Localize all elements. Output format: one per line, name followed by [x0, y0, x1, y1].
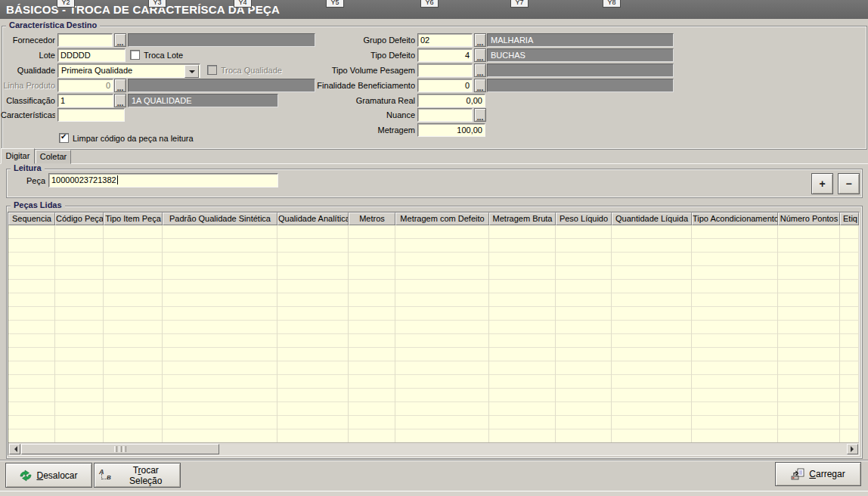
marker-y5: Y5 — [326, 0, 344, 8]
leitura-caption: Leitura — [11, 163, 45, 173]
finalidade-input[interactable] — [417, 79, 473, 92]
peca-value: 10000023721382 — [51, 175, 116, 184]
scrollbar-thumb[interactable] — [21, 444, 219, 454]
qualidade-value: Primeira Qualidade — [61, 65, 132, 76]
classificacao-display: 1A QUALIDADE — [128, 94, 278, 107]
grid-body[interactable] — [8, 225, 859, 442]
desalocar-button-label: Desalocar — [36, 470, 77, 481]
finalidade-label: Finalidade Beneficiamento — [308, 79, 415, 92]
column-header-5[interactable]: Metros — [349, 212, 395, 225]
grid-column-10 — [692, 225, 778, 442]
pecas-lidas-caption: Peças Lidas — [11, 200, 65, 210]
tabsheet-top-edge — [0, 163, 868, 164]
classificacao-lookup-button[interactable]: ... — [114, 94, 126, 107]
tipo-defeito-display: BUCHAS — [487, 48, 674, 62]
remove-piece-button[interactable]: − — [838, 173, 860, 194]
gramatura-label: Gramatura Real — [308, 94, 415, 107]
caracteristicas-input[interactable] — [57, 108, 125, 122]
tipo-volume-label: Tipo Volume Pesagem — [308, 64, 415, 77]
thumb-grip-icon — [119, 446, 122, 452]
fornecedor-display — [128, 33, 315, 47]
grid-column-9 — [612, 225, 692, 442]
arrow-right-icon — [851, 446, 857, 452]
tipo-defeito-input[interactable] — [417, 48, 473, 62]
column-header-0[interactable]: Sequencia — [8, 212, 55, 225]
fornecedor-lookup-button[interactable]: ... — [114, 33, 126, 47]
troca-qualidade-label: Troca Qualidade — [221, 64, 312, 77]
grid-column-8 — [556, 225, 612, 442]
trocar-selecao-button-label: Trocar Seleção — [116, 465, 175, 486]
scroll-left-button[interactable] — [9, 444, 20, 454]
tab-coletar[interactable]: Coletar — [36, 150, 71, 164]
fornecedor-label: Fornecedor — [1, 33, 55, 47]
linha-produto-lookup-button[interactable]: ... — [114, 79, 126, 92]
tipo-defeito-label: Tipo Defeito — [308, 48, 415, 62]
finalidade-lookup-button[interactable]: ... — [474, 79, 486, 92]
tipo-defeito-lookup-button[interactable]: ... — [474, 48, 486, 62]
grid-column-6 — [395, 225, 489, 442]
metragem-input[interactable] — [417, 123, 485, 137]
grid-column-11 — [778, 225, 840, 442]
scroll-right-button[interactable] — [847, 444, 858, 454]
grid-column-5 — [349, 225, 395, 442]
column-header-2[interactable]: Tipo Item Peça — [104, 212, 163, 225]
trocar-selecao-button[interactable]: AB Trocar Seleção — [94, 463, 181, 488]
troca-qualidade-checkbox — [207, 65, 217, 75]
column-header-10[interactable]: Tipo Acondicionamento — [692, 212, 778, 225]
nuance-lookup-button[interactable]: ... — [474, 108, 486, 122]
finalidade-display — [487, 79, 674, 92]
column-header-9[interactable]: Quantidade Líquida — [612, 212, 692, 225]
qualidade-select[interactable]: Primeira Qualidade — [57, 64, 200, 78]
pecas-grid: SequenciaCódigo PeçaTipo Item PeçaPadrão… — [8, 212, 860, 456]
bottom-strip — [0, 491, 868, 496]
troca-lote-label: Troca Lote — [144, 48, 234, 62]
lote-label: Lote — [1, 48, 55, 62]
grupo-defeito-lookup-button[interactable]: ... — [474, 33, 486, 47]
column-header-6[interactable]: Metragem com Defeito — [395, 212, 489, 225]
tipo-volume-lookup-button[interactable]: ... — [474, 64, 486, 77]
grid-column-12 — [840, 225, 859, 442]
troca-lote-checkbox[interactable] — [130, 50, 140, 60]
carregar-button-label: Carregar — [809, 469, 845, 479]
replace-a-b-icon: AB — [99, 470, 111, 482]
fornecedor-input[interactable] — [57, 33, 113, 47]
qualidade-dropdown-button[interactable] — [184, 65, 199, 78]
deallocate-icon — [20, 470, 32, 482]
qualidade-label: Qualidade — [1, 64, 55, 77]
tipo-volume-input[interactable] — [417, 64, 473, 77]
column-header-11[interactable]: Número Pontos — [778, 212, 840, 225]
marker-y8: Y8 — [603, 0, 621, 8]
column-header-4[interactable]: Qualidade Analítica — [277, 212, 349, 225]
desalocar-button[interactable]: Desalocar — [5, 463, 92, 488]
column-header-1[interactable]: Código Peça — [55, 212, 104, 225]
grid-column-7 — [489, 225, 556, 442]
chevron-down-icon — [189, 70, 195, 76]
column-header-8[interactable]: Peso Líquido — [556, 212, 612, 225]
gramatura-input[interactable] — [417, 94, 485, 107]
peca-input[interactable]: 10000023721382 — [48, 173, 278, 188]
marker-y4: Y4 — [234, 0, 252, 8]
linha-produto-display — [128, 79, 315, 92]
carregar-button[interactable]: Carregar — [775, 462, 861, 486]
marker-y2: Y2 — [57, 0, 75, 8]
lote-input[interactable] — [57, 48, 126, 62]
grupo-defeito-input[interactable] — [417, 33, 473, 47]
thumb-grip-icon — [123, 446, 126, 452]
marker-y3: Y3 — [148, 0, 166, 8]
column-header-12[interactable]: Etiq — [840, 212, 859, 225]
column-header-3[interactable]: Padrão Qualidade Sintética — [163, 212, 277, 225]
column-header-7[interactable]: Metragem Bruta — [489, 212, 556, 225]
grid-column-1 — [55, 225, 104, 442]
limpar-codigo-checkbox[interactable] — [59, 133, 69, 143]
classificacao-input[interactable] — [57, 94, 113, 107]
grid-column-0 — [8, 225, 55, 442]
grupo-defeito-display: MALHARIA — [487, 33, 674, 47]
load-icon — [791, 468, 804, 480]
add-piece-button[interactable]: + — [811, 173, 833, 194]
horizontal-scrollbar[interactable] — [8, 442, 859, 455]
app-window: BÁSICOS - TROCA DE CARACTERÍSCA DA PEÇA … — [0, 0, 868, 496]
marker-y7: Y7 — [510, 0, 529, 8]
tab-digitar[interactable]: Digitar — [1, 148, 35, 164]
nuance-input[interactable] — [417, 108, 473, 122]
tipo-volume-display — [487, 64, 674, 77]
